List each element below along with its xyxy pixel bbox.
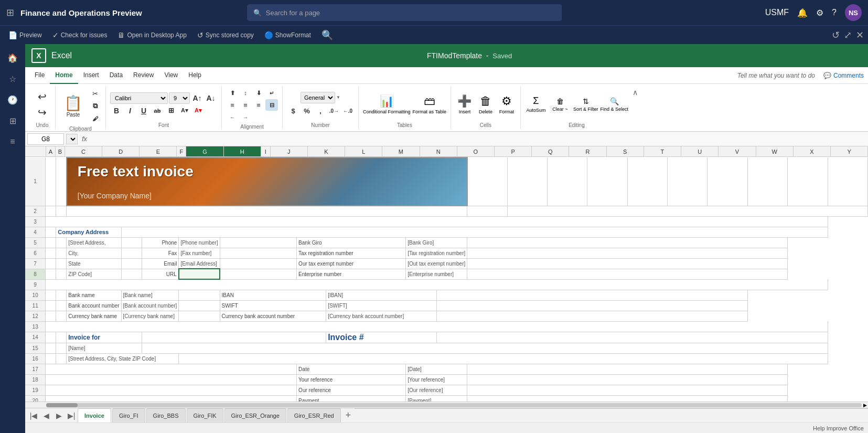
sheet-tab-giro-fik[interactable]: Giro_FIK bbox=[187, 408, 223, 423]
cell-o8-rest[interactable] bbox=[467, 269, 788, 279]
cell-f14-empty[interactable] bbox=[142, 332, 326, 343]
col-header-i[interactable]: I bbox=[261, 146, 271, 156]
cell-e6[interactable] bbox=[121, 248, 142, 258]
col-header-n[interactable]: N bbox=[420, 146, 457, 156]
cell-j10-iban-label[interactable]: IBAN bbox=[220, 290, 326, 300]
bold-button[interactable]: B bbox=[110, 105, 123, 117]
col-header-g[interactable]: G bbox=[186, 146, 223, 156]
collapse-ribbon-button[interactable]: ∧ bbox=[633, 88, 638, 97]
cell-i8[interactable] bbox=[220, 269, 297, 279]
decrease-font-button[interactable]: A↓ bbox=[205, 92, 217, 104]
cell-l5-bankgiro-value[interactable]: [Bank Giro] bbox=[406, 237, 467, 248]
cell-e5[interactable] bbox=[121, 237, 142, 248]
undo-button[interactable]: ↩ bbox=[35, 89, 50, 104]
cell-l20-payment-value[interactable]: [Payment] bbox=[406, 395, 467, 402]
col-header-m[interactable]: M bbox=[382, 146, 420, 156]
sheet-nav-next[interactable]: ▶ bbox=[52, 408, 65, 423]
cell-a16[interactable] bbox=[46, 353, 56, 364]
popout-icon[interactable]: ⤢ bbox=[844, 29, 852, 41]
col-header-q[interactable]: Q bbox=[532, 146, 569, 156]
cell-j12-currbankacct-label[interactable]: Currency bank account number bbox=[220, 311, 326, 321]
col-header-u[interactable]: U bbox=[681, 146, 719, 156]
cell-row13[interactable] bbox=[46, 321, 828, 332]
wrap-text-button[interactable]: ↵ bbox=[265, 87, 278, 99]
clear-icon[interactable]: 🗑 bbox=[556, 97, 564, 105]
cell-x1[interactable] bbox=[788, 157, 828, 206]
cell-b11[interactable] bbox=[56, 300, 67, 311]
cell-j11-swift-label[interactable]: SWIFT bbox=[220, 300, 326, 311]
show-format-button[interactable]: 🔵 ShowFormat bbox=[260, 29, 315, 41]
cell-row19-empty[interactable] bbox=[46, 385, 297, 395]
tell-me-box[interactable]: Tell me what you want to do bbox=[737, 72, 815, 79]
cell-o12-rest[interactable] bbox=[436, 311, 747, 321]
tab-view[interactable]: View bbox=[159, 67, 183, 84]
increase-decimal-button[interactable]: .0→ bbox=[328, 105, 340, 117]
cell-j8-enterprise-label[interactable]: Enterprise number bbox=[297, 269, 406, 279]
check-issues-button[interactable]: ✓ Check for issues bbox=[48, 29, 112, 41]
cell-u1[interactable] bbox=[668, 157, 708, 206]
cell-a1[interactable] bbox=[46, 157, 56, 206]
cell-c14-invoicefor[interactable]: Invoice for bbox=[67, 332, 142, 343]
col-header-l[interactable]: L bbox=[345, 146, 382, 156]
sheet-tab-invoice[interactable]: Invoice bbox=[78, 408, 111, 423]
cell-f15-rest[interactable] bbox=[142, 343, 828, 353]
cell-b2[interactable] bbox=[56, 206, 67, 216]
cell-b1[interactable] bbox=[56, 157, 67, 206]
sidebar-star-icon[interactable]: ☆ bbox=[3, 69, 22, 88]
cell-l11-swift-value[interactable]: [SWIFT] bbox=[326, 300, 437, 311]
cell-a11[interactable] bbox=[46, 300, 56, 311]
cell-j5-bankgiro-label[interactable]: Bank Giro bbox=[297, 237, 406, 248]
cell-b5[interactable] bbox=[56, 237, 67, 248]
cell-c6-city[interactable]: City, bbox=[67, 248, 121, 258]
cell-ref-dropdown[interactable] bbox=[66, 134, 78, 144]
cell-c12-currbank-label[interactable]: Currency bank name bbox=[67, 311, 121, 321]
find-select-icon[interactable]: 🔍 bbox=[610, 97, 619, 105]
align-middle-button[interactable]: ↕ bbox=[239, 87, 252, 99]
cell-p1[interactable] bbox=[467, 157, 507, 206]
cell-a10[interactable] bbox=[46, 290, 56, 300]
tab-review[interactable]: Review bbox=[128, 67, 159, 84]
col-header-v[interactable]: V bbox=[719, 146, 756, 156]
italic-button[interactable]: I bbox=[124, 105, 136, 117]
cell-b4-company[interactable]: Company Address bbox=[56, 227, 121, 237]
cell-c2-merged[interactable] bbox=[67, 206, 467, 216]
copy-button[interactable]: ⧉ bbox=[89, 100, 101, 112]
cell-c5-street[interactable]: [Street Address, bbox=[67, 237, 121, 248]
cell-b12[interactable] bbox=[56, 311, 67, 321]
number-format-select[interactable]: General bbox=[301, 92, 335, 103]
col-header-c[interactable]: C bbox=[65, 146, 102, 156]
col-header-f[interactable]: F bbox=[177, 146, 186, 156]
col-header-e[interactable]: E bbox=[140, 146, 177, 156]
col-header-k[interactable]: K bbox=[308, 146, 345, 156]
align-right-button[interactable]: ≡ bbox=[252, 99, 265, 111]
cell-i6[interactable] bbox=[220, 248, 297, 258]
cell-s1[interactable] bbox=[587, 157, 627, 206]
cell-g6-fax-value[interactable]: [Fax number] bbox=[179, 248, 220, 258]
cell-j6-taxreg-label[interactable]: Tax registration number bbox=[297, 248, 406, 258]
cell-l7-taxexempt-value[interactable]: [Out tax exempt number] bbox=[406, 258, 467, 269]
cut-button[interactable]: ✂ bbox=[89, 88, 101, 99]
cell-j17-date-label[interactable]: Date bbox=[297, 364, 406, 374]
cell-o11-rest[interactable] bbox=[436, 300, 747, 311]
cell-o6-rest[interactable] bbox=[467, 248, 788, 258]
strikethrough-button[interactable]: ab bbox=[151, 105, 164, 117]
align-center-button[interactable]: ≡ bbox=[239, 99, 252, 111]
cell-b16[interactable] bbox=[56, 353, 67, 364]
formula-input[interactable] bbox=[91, 135, 866, 143]
cell-a4[interactable] bbox=[46, 227, 56, 237]
cell-l8-enterprise-value[interactable]: [Enterprise number] bbox=[406, 269, 467, 279]
cell-v1[interactable] bbox=[708, 157, 747, 206]
cell-o20-rest[interactable] bbox=[467, 395, 788, 402]
help-icon[interactable]: ? bbox=[832, 8, 837, 17]
notification-icon[interactable]: 🔔 bbox=[797, 8, 808, 18]
cell-n14-rest[interactable] bbox=[436, 332, 828, 343]
cell-c15-name[interactable]: [Name] bbox=[67, 343, 142, 353]
format-cells-icon[interactable]: ⚙ bbox=[501, 94, 512, 108]
open-desktop-button[interactable]: 🖥 Open in Desktop App bbox=[113, 29, 190, 41]
grid-menu-icon[interactable]: ⊞ bbox=[6, 7, 14, 18]
cell-i10[interactable] bbox=[179, 290, 220, 300]
cell-c11-bankacct-label[interactable]: Bank account number bbox=[67, 300, 121, 311]
cell-a14[interactable] bbox=[46, 332, 56, 343]
cell-a15[interactable] bbox=[46, 343, 56, 353]
sheet-nav-first[interactable]: |◀ bbox=[27, 408, 40, 423]
